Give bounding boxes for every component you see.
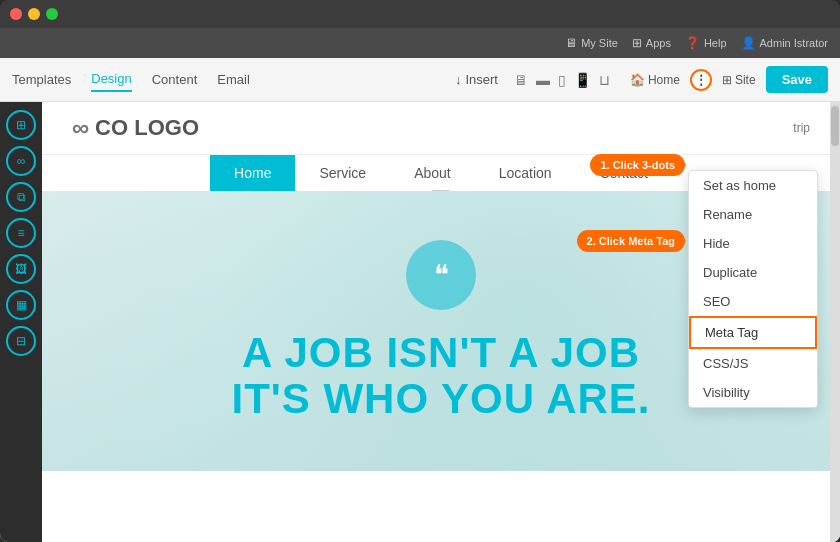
- help-link[interactable]: ❓ Help: [685, 36, 727, 50]
- more-devices-icon[interactable]: ⊔: [599, 72, 610, 88]
- nav-service[interactable]: Service: [295, 155, 390, 191]
- sidebar-icon-shop[interactable]: 🖼: [6, 254, 36, 284]
- sidebar-icon-menu[interactable]: ≡: [6, 218, 36, 248]
- sidebar-icon-layers[interactable]: ⊞: [6, 110, 36, 140]
- apps-icon: ⊞: [632, 36, 642, 50]
- hero-text-line2: IT'S WHO YOU ARE.: [231, 376, 650, 422]
- three-dots-button[interactable]: ⋮: [690, 69, 712, 91]
- mobile-icon[interactable]: 📱: [574, 72, 591, 88]
- scrollbar[interactable]: [830, 102, 840, 542]
- dropdown-hide[interactable]: Hide: [689, 229, 817, 258]
- sidebar-icon-media[interactable]: ⊟: [6, 326, 36, 356]
- dropdown-set-home[interactable]: Set as home: [689, 171, 817, 200]
- sidebar-icon-grid[interactable]: ▦: [6, 290, 36, 320]
- insert-label: Insert: [465, 72, 498, 87]
- help-label: Help: [704, 37, 727, 49]
- tab-content[interactable]: Content: [152, 68, 198, 91]
- device-icons: 🖥 ▬ ▯ 📱 ⊔: [514, 72, 610, 88]
- tablet-portrait-icon[interactable]: ▯: [558, 72, 566, 88]
- dropdown-rename[interactable]: Rename: [689, 200, 817, 229]
- tab-templates[interactable]: Templates: [12, 68, 71, 91]
- admin-label: Admin Istrator: [760, 37, 828, 49]
- dropdown-menu: Set as home Rename Hide Duplicate SEO Me…: [688, 170, 818, 408]
- dropdown-duplicate[interactable]: Duplicate: [689, 258, 817, 287]
- tab-design[interactable]: Design: [91, 67, 131, 92]
- content-area: ∞ CO LOGO trip Home Service About Locati…: [42, 102, 840, 542]
- hero-text-line1: A JOB ISN'T A JOB: [242, 330, 640, 376]
- phone-text: trip: [793, 121, 810, 135]
- logo-area: ∞ CO LOGO: [72, 114, 199, 142]
- user-icon: 👤: [741, 36, 756, 50]
- toolbar: Templates Design Content Email ↓ Insert …: [0, 58, 840, 102]
- scrollbar-thumb[interactable]: [831, 106, 839, 146]
- maximize-button[interactable]: [46, 8, 58, 20]
- site-link[interactable]: ⊞ Site: [722, 73, 756, 87]
- minimize-button[interactable]: [28, 8, 40, 20]
- dropdown-cssjs[interactable]: CSS/JS: [689, 349, 817, 378]
- home-link[interactable]: 🏠 Home: [630, 73, 680, 87]
- site-label: Site: [735, 73, 756, 87]
- sidebar-icon-pages[interactable]: ⧉: [6, 182, 36, 212]
- logo-infinity-icon: ∞: [72, 114, 89, 142]
- site-icon: ⊞: [722, 73, 732, 87]
- save-button[interactable]: Save: [766, 66, 828, 93]
- insert-arrow-icon: ↓: [455, 72, 462, 87]
- top-bar: 🖥 My Site ⊞ Apps ❓ Help 👤 Admin Istrator: [0, 28, 840, 58]
- callout-step1: 1. Click 3-dots: [590, 154, 685, 176]
- tab-email[interactable]: Email: [217, 68, 250, 91]
- insert-button[interactable]: ↓ Insert: [455, 72, 498, 87]
- toolbar-nav: Templates Design Content Email: [12, 67, 250, 92]
- mysite-link[interactable]: 🖥 My Site: [565, 36, 618, 50]
- phone-area: trip: [793, 121, 810, 135]
- nav-about[interactable]: About: [390, 155, 475, 191]
- close-button[interactable]: [10, 8, 22, 20]
- dropdown-metatag[interactable]: Meta Tag: [689, 316, 817, 349]
- nav-home[interactable]: Home: [210, 155, 295, 191]
- apps-link[interactable]: ⊞ Apps: [632, 36, 671, 50]
- home-icon: 🏠: [630, 73, 645, 87]
- sidebar-icon-link[interactable]: ∞: [6, 146, 36, 176]
- dropdown-seo[interactable]: SEO: [689, 287, 817, 316]
- logo-text: CO LOGO: [95, 115, 199, 141]
- desktop-icon[interactable]: 🖥: [514, 72, 528, 88]
- home-label: Home: [648, 73, 680, 87]
- main-layout: ⊞ ∞ ⧉ ≡ 🖼 ▦ ⊟ ∞ CO LOGO trip H: [0, 102, 840, 542]
- apps-label: Apps: [646, 37, 671, 49]
- help-icon: ❓: [685, 36, 700, 50]
- left-sidebar: ⊞ ∞ ⧉ ≡ 🖼 ▦ ⊟: [0, 102, 42, 542]
- traffic-lights: [10, 8, 58, 20]
- mysite-label: My Site: [581, 37, 618, 49]
- nav-location[interactable]: Location: [475, 155, 576, 191]
- monitor-icon: 🖥: [565, 36, 577, 50]
- toolbar-right: 🏠 Home ⋮ ⊞ Site Save: [630, 66, 828, 93]
- title-bar: [0, 0, 840, 28]
- tablet-landscape-icon[interactable]: ▬: [536, 72, 550, 88]
- admin-link[interactable]: 👤 Admin Istrator: [741, 36, 828, 50]
- website-preview: ∞ CO LOGO trip Home Service About Locati…: [42, 102, 840, 542]
- dropdown-visibility[interactable]: Visibility: [689, 378, 817, 407]
- callout-step2: 2. Click Meta Tag: [577, 230, 685, 252]
- preview-header: ∞ CO LOGO trip: [42, 102, 840, 155]
- quote-icon: ❝: [406, 240, 476, 310]
